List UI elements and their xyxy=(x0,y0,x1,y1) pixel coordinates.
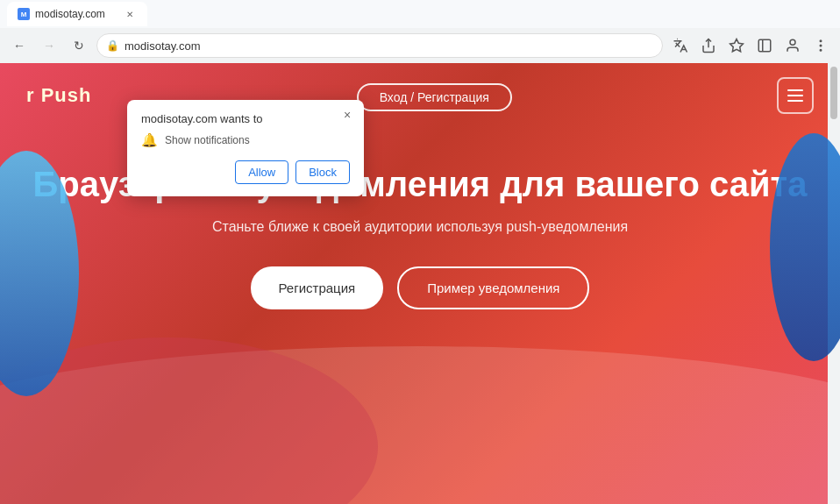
register-button[interactable]: Регистрация xyxy=(251,266,384,309)
reload-button[interactable]: ↻ xyxy=(67,33,91,58)
tab-close-button[interactable]: ✕ xyxy=(123,7,137,21)
svg-rect-2 xyxy=(758,39,771,52)
active-tab[interactable]: M modisotay.com ✕ xyxy=(7,2,147,26)
hero-buttons: Регистрация Пример уведомления xyxy=(33,266,808,309)
popup-description: Show notifications xyxy=(165,134,250,146)
forward-button[interactable]: → xyxy=(37,33,61,58)
bookmark-button[interactable] xyxy=(724,33,749,58)
back-button[interactable]: ← xyxy=(7,33,32,58)
notification-permission-popup: modisotay.com wants to × 🔔 Show notifica… xyxy=(127,100,364,196)
website-background: r Push Вход / Регистрация Браузерные уве… xyxy=(0,63,840,504)
hamburger-line-1 xyxy=(787,89,803,91)
browser-tab-bar: M modisotay.com ✕ xyxy=(0,0,840,28)
svg-point-7 xyxy=(820,50,822,52)
svg-point-5 xyxy=(820,40,822,42)
auth-button[interactable]: Вход / Регистрация xyxy=(357,83,512,111)
lock-icon: 🔒 xyxy=(106,39,119,52)
popup-actions: Allow Block xyxy=(141,160,350,184)
address-bar[interactable]: 🔒 modisotay.com xyxy=(96,33,663,58)
example-button[interactable]: Пример уведомления xyxy=(397,266,589,309)
sidebar-button[interactable] xyxy=(752,33,777,58)
svg-point-4 xyxy=(790,39,795,45)
site-navbar: r Push Вход / Регистрация xyxy=(0,63,840,128)
allow-button[interactable]: Allow xyxy=(235,160,288,184)
browser-viewport: r Push Вход / Регистрация Браузерные уве… xyxy=(0,63,840,504)
bell-icon: 🔔 xyxy=(141,132,158,148)
browser-nav-bar: ← → ↻ 🔒 modisotay.com xyxy=(0,28,840,63)
popup-close-button[interactable]: × xyxy=(339,107,355,123)
auth-section: Вход / Регистрация xyxy=(357,83,512,111)
hero-subtitle: Станьте ближе к своей аудитории использу… xyxy=(33,219,808,235)
hamburger-menu[interactable] xyxy=(777,77,814,114)
translate-button[interactable] xyxy=(668,33,693,58)
profile-button[interactable] xyxy=(780,33,805,58)
svg-point-6 xyxy=(820,45,822,46)
svg-marker-1 xyxy=(730,39,744,52)
logo-text: r Push xyxy=(26,84,91,106)
site-logo: r Push xyxy=(26,84,91,107)
block-button[interactable]: Block xyxy=(295,160,350,184)
share-button[interactable] xyxy=(696,33,721,58)
tab-favicon: M xyxy=(18,8,30,20)
popup-notification-row: 🔔 Show notifications xyxy=(141,132,350,148)
hamburger-line-3 xyxy=(787,100,803,102)
menu-button[interactable] xyxy=(808,33,833,58)
toolbar-icons xyxy=(668,33,833,58)
tab-title: modisotay.com xyxy=(35,8,105,20)
popup-title: modisotay.com wants to xyxy=(141,112,350,125)
scrollbar-thumb[interactable] xyxy=(830,67,837,119)
hamburger-line-2 xyxy=(787,95,803,96)
url-text: modisotay.com xyxy=(125,39,653,53)
